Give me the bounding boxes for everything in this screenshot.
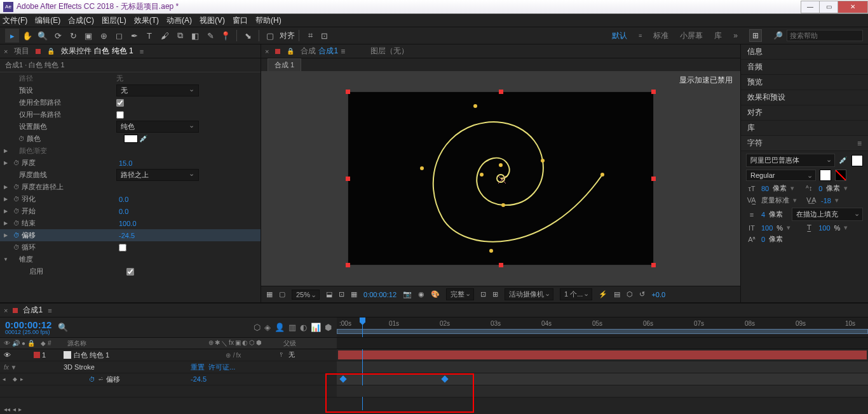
panel-menu-icon[interactable]: ≡ [857,139,862,148]
font-family-dropdown[interactable]: 阿里巴巴普惠体 [746,154,835,167]
stopwatch-active-icon[interactable]: ⏱ [89,376,95,383]
search-help-input[interactable] [787,30,863,41]
layer-name[interactable]: 白色 纯色 1 [74,351,109,360]
kerning-value[interactable]: 度量标准 [761,196,789,205]
panel-align[interactable]: 对齐 [741,105,868,121]
workspace-lib[interactable]: 库 [714,30,722,41]
brush-tool-icon[interactable]: 🖌 [158,29,172,43]
roi-icon[interactable]: ⊡ [480,290,486,298]
eraser-tool-icon[interactable]: ◧ [188,29,202,43]
stroke-mode-dropdown[interactable]: 在描边上填充 [792,208,863,221]
menu-help[interactable]: 帮助(H) [255,15,281,26]
stopwatch-active-icon[interactable]: ⏱ [13,232,20,239]
menu-edit[interactable]: 编辑(E) [35,15,60,26]
col-source-name[interactable]: 源名称 [64,339,191,348]
twirl-icon[interactable]: ▶ [3,160,9,166]
workspace-more-icon[interactable]: » [733,31,738,40]
lock-icon[interactable]: 🔒 [47,48,55,55]
col-parent[interactable]: 父级 [280,339,337,348]
color-swatch[interactable] [124,135,138,143]
menu-file[interactable]: 文件(F) [3,15,27,26]
twirl-icon[interactable]: ▶ [3,232,9,238]
toolbar-grid-icon[interactable]: ⊞ [749,29,762,42]
maximize-button[interactable]: ▭ [819,1,838,13]
resolution-dropdown[interactable]: 完整 [446,288,474,300]
tracking-value[interactable]: -18 [821,197,831,204]
font-style-dropdown[interactable]: Regular [746,170,816,181]
camera-dropdown[interactable]: 活动摄像机 [505,288,553,300]
composition-viewport[interactable]: 显示加速已禁用 [261,71,740,286]
menu-effect[interactable]: 效果(T) [134,15,159,26]
stopwatch-icon[interactable]: ⏱ [13,208,20,215]
draft3d-icon[interactable]: ◈ [264,323,271,332]
eyedropper-icon[interactable]: 💉 [839,156,848,164]
shy-icon[interactable]: 👤 [275,323,285,332]
roto-tool-icon[interactable]: ✎ [203,29,217,43]
panel-audio[interactable]: 音频 [741,60,868,75]
expression-icon[interactable]: ⩫ [98,375,104,384]
local-axis-icon[interactable]: ⬊ [241,29,255,43]
panel-character[interactable]: 字符≡ [741,136,868,151]
puppet-tool-icon[interactable]: 📍 [219,29,233,43]
workspace-small[interactable]: 小屏幕 [680,30,703,41]
time-ruler[interactable]: :00s 01s 02s 03s 04s 05s 06s 07s 08s 09s… [337,317,868,337]
camera-tool-icon[interactable]: ▣ [81,29,95,43]
comp-mini-flowchart-icon[interactable]: ⬡ [254,323,261,332]
minimize-button[interactable]: — [801,1,820,13]
pen-tool-icon[interactable]: ✒ [127,29,141,43]
work-area-bar[interactable] [337,329,868,334]
type-tool-icon[interactable]: T [142,29,156,43]
eye-toggle[interactable]: 👁 [4,351,11,359]
grid-guides-icon[interactable]: ⊞ [492,290,498,298]
close-button[interactable]: ✕ [837,1,868,13]
kf-nav-prev-icon[interactable]: ◂ [0,376,13,382]
playhead[interactable] [362,317,363,337]
tab-effect-controls[interactable]: 效果控件 白色 纯色 1 [61,46,133,57]
kf-diamond-icon[interactable]: ◆ [13,376,20,382]
layer-duration-bar[interactable] [338,351,867,359]
stopwatch-icon[interactable]: ⏱ [13,244,20,251]
use-all-paths-checkbox[interactable] [116,99,124,107]
stroke-width-value[interactable]: 4 [761,211,765,218]
workspace-standard[interactable]: 标准 [653,30,668,41]
workspace-menu-icon[interactable]: ≡ [639,32,642,39]
timeline-offset-value[interactable]: -24.5 [191,375,337,383]
one-path-checkbox[interactable] [116,111,124,119]
start-value[interactable]: 0.0 [119,208,128,215]
panel-library[interactable]: 库 [741,121,868,136]
twirl-icon[interactable]: ▶ [3,220,9,226]
enable-checkbox[interactable] [126,268,134,276]
color-mgmt-icon[interactable]: 🎨 [431,290,440,298]
zoom-tool-icon[interactable]: 🔍 [36,29,50,43]
tl-nav-prev-icon[interactable]: ◂ [13,406,16,413]
fast-preview-icon[interactable]: ⚡ [599,290,607,298]
comp-subtab[interactable]: 合成 1 [268,58,301,72]
snapshot-icon[interactable]: 📷 [403,290,412,298]
menu-composition[interactable]: 合成(C) [68,15,94,26]
motion-blur-icon[interactable]: ◐ [300,323,307,332]
close-panel-icon[interactable]: × [4,48,8,55]
exposure-value[interactable]: +0.0 [651,291,665,298]
panel-menu-icon[interactable]: ≡ [140,48,144,55]
stopwatch-icon[interactable]: ⏱ [13,196,20,203]
effect-license[interactable]: 许可证... [208,363,235,371]
set-color-dropdown[interactable]: 纯色 [116,121,199,133]
safe-zones-icon[interactable]: ⊡ [339,290,344,298]
graph-editor-icon[interactable]: 📊 [311,323,321,332]
layer-label-color[interactable] [34,352,40,358]
twirl-icon[interactable]: ▶ [3,184,9,190]
flowchart-icon[interactable]: ⬡ [627,290,633,298]
stopwatch-icon[interactable]: ⏱ [13,159,20,166]
close-panel-icon[interactable]: × [265,48,269,55]
menu-window[interactable]: 窗口 [233,15,248,26]
menu-view[interactable]: 视图(V) [200,15,225,26]
shape-tool-icon[interactable]: ◻ [112,29,126,43]
res-half-icon[interactable]: ⬓ [326,290,332,298]
preset-dropdown[interactable]: 无 [116,84,199,97]
eyedropper-icon[interactable]: 💉 [138,135,149,143]
loop-checkbox[interactable] [119,244,126,251]
panel-effects-presets[interactable]: 效果和预设 [741,90,868,105]
close-panel-icon[interactable]: × [4,307,8,314]
zoom-dropdown[interactable]: 25% [292,290,320,300]
tab-project[interactable]: 项目 [14,46,29,57]
